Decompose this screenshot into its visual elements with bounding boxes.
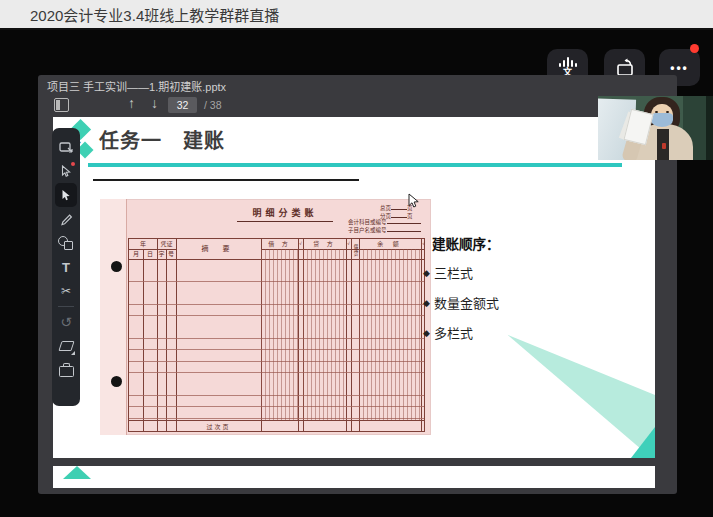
- undo-button[interactable]: ↺: [55, 310, 77, 334]
- ledger-form: 明细分类账 总页页 分页页 会计科目或编号 子目户名或编号 年 凭证 摘 要: [100, 199, 431, 435]
- more-icon: •••: [670, 61, 689, 75]
- sidebar-toggle-icon[interactable]: [54, 98, 69, 112]
- col-day: 日: [143, 249, 157, 259]
- text-icon: T: [62, 260, 70, 275]
- page-up-button[interactable]: ↑: [128, 95, 135, 111]
- order-item: ◆ 多栏式: [423, 323, 500, 342]
- col-summary: 摘 要: [176, 239, 261, 259]
- order-item: ◆ 三栏式: [423, 263, 500, 282]
- annotation-toolbar: T ✂ ↺: [52, 128, 80, 406]
- laser-pointer-button[interactable]: [55, 159, 77, 183]
- title-underline: [88, 163, 622, 167]
- toolbox-icon: [59, 366, 74, 377]
- col-month: 月: [129, 249, 143, 259]
- col-debit-or-credit: 借或贷: [351, 239, 359, 259]
- col-credit: 贷 方: [303, 239, 346, 249]
- page-total-label: / 38: [204, 99, 222, 111]
- notification-dot: [690, 44, 699, 53]
- capture-icon: [59, 141, 73, 154]
- dropdown-corner-icon: [71, 351, 75, 355]
- page-number-input[interactable]: 32: [168, 97, 197, 113]
- order-list: 建账顺序： ◆ 三栏式 ◆ 数量金额式 ◆ 多栏式: [423, 233, 500, 353]
- waveform-icon: [559, 57, 577, 67]
- mouse-cursor-icon: [408, 193, 420, 209]
- ledger-binding-margin: [100, 199, 127, 435]
- col-year: 年: [129, 239, 157, 249]
- select-tool-button[interactable]: [55, 183, 77, 207]
- window-titlebar: 2020会计专业3.4班线上教学群群直播: [0, 0, 713, 30]
- col-debit: 借 方: [261, 239, 298, 249]
- window-title: 2020会计专业3.4班线上教学群群直播: [30, 4, 279, 25]
- undo-icon: ↺: [60, 314, 72, 330]
- ledger-account-fields: 会计科目或编号 子目户名或编号: [348, 219, 421, 234]
- decoration-mint-band: [493, 327, 655, 458]
- laser-pointer-icon: [61, 165, 71, 178]
- eraser-tool-button[interactable]: [55, 334, 77, 358]
- face-mask: [651, 113, 673, 127]
- ppt-viewer-window: 项目三 手工实训——1.期初建账.pptx ↑ ↓ 32 / 38 任务一 建账: [38, 75, 677, 494]
- binding-hole: [111, 261, 122, 272]
- col-voucher: 凭证: [157, 239, 176, 249]
- ledger-table: 年 凭证 摘 要 借 方 √ 贷 方 √ 借或贷 余 额 √ 月 日 字 号 过…: [128, 238, 425, 432]
- shapes-tool-button[interactable]: [55, 231, 77, 255]
- app-window: 2020会计专业3.4班线上教学群群直播 文 ••• 项目三 手工实训——1.期…: [0, 0, 713, 517]
- ledger-footer: 过次页: [176, 422, 261, 431]
- ledger-digit-ticks: [261, 249, 298, 420]
- page-down-button[interactable]: ↓: [151, 95, 158, 111]
- lapel-badge: [662, 143, 666, 149]
- scissors-icon: ✂: [61, 284, 71, 298]
- viewer-toolbar: ↑ ↓ 32 / 38: [38, 93, 677, 118]
- col-balance: 余 额: [359, 239, 421, 249]
- ledger-digit-ticks: [359, 249, 421, 420]
- pen-icon: [60, 213, 73, 226]
- next-slide-diamond-tip: [63, 466, 91, 479]
- diamond-bullet-icon: ◆: [423, 328, 430, 338]
- slide-title: 任务一 建账: [99, 125, 225, 154]
- col-hao: 号: [166, 249, 176, 259]
- pen-tool-button[interactable]: [55, 207, 77, 231]
- col-zi: 字: [157, 249, 166, 259]
- capture-tool-button[interactable]: [55, 135, 77, 159]
- eraser-icon: [58, 341, 74, 351]
- slide-canvas: 任务一 建账 明细分类账 总页页 分页页 会计科目或编号 子目户名或编号: [53, 117, 655, 458]
- select-cursor-icon: [61, 189, 71, 202]
- diamond-bullet-icon: ◆: [423, 268, 430, 278]
- order-heading: 建账顺序：: [432, 233, 500, 253]
- text-tool-button[interactable]: T: [55, 255, 77, 279]
- ledger-title: 明细分类账: [237, 206, 333, 222]
- order-item: ◆ 数量金额式: [423, 293, 500, 312]
- toolbar-divider: [58, 306, 74, 307]
- ledger-digit-ticks: [303, 249, 346, 420]
- binding-hole: [111, 376, 122, 387]
- next-slide-preview[interactable]: [53, 466, 655, 488]
- toolbox-button[interactable]: [55, 358, 77, 382]
- teacher-webcam[interactable]: [598, 96, 713, 160]
- title-rule: [93, 179, 359, 181]
- cut-tool-button[interactable]: ✂: [55, 279, 77, 303]
- diamond-bullet-icon: ◆: [423, 298, 430, 308]
- ppt-filename: 项目三 手工实训——1.期初建账.pptx: [47, 78, 226, 94]
- laser-red-dot: [71, 162, 75, 166]
